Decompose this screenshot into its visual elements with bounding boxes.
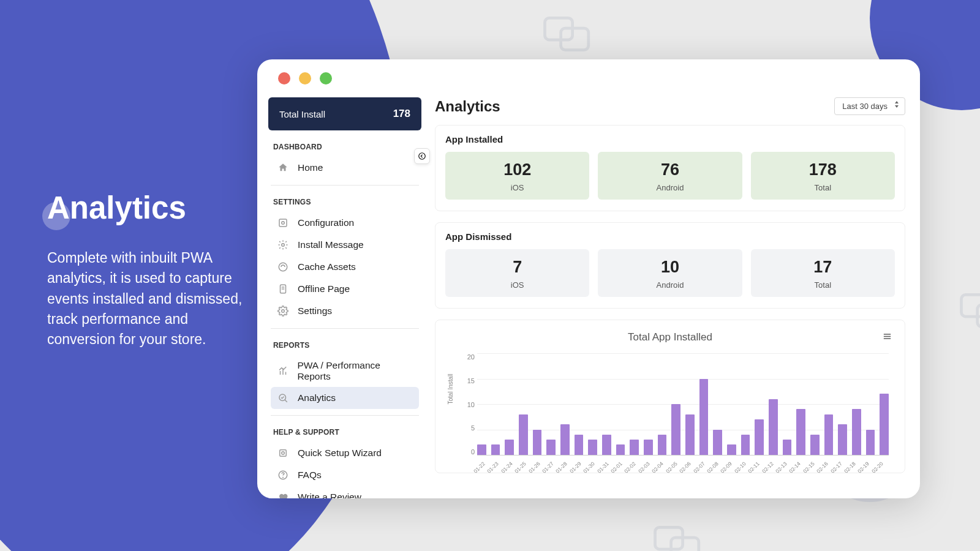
chart-bar bbox=[560, 424, 570, 455]
hero-title: Analytics bbox=[47, 190, 249, 226]
sidebar-item-faqs[interactable]: FAQs bbox=[271, 464, 419, 486]
chart-bar bbox=[796, 409, 805, 455]
divider bbox=[271, 328, 419, 329]
svg-point-9 bbox=[282, 244, 285, 247]
config-icon bbox=[277, 217, 289, 229]
home-icon bbox=[277, 162, 289, 174]
chart-bar bbox=[630, 440, 639, 455]
sidebar-item-settings[interactable]: Settings bbox=[271, 300, 419, 322]
sidebar-item-label: Offline Page bbox=[298, 283, 350, 294]
stat-label: iOS bbox=[445, 183, 589, 192]
chart-bar bbox=[713, 430, 722, 455]
sidebar-item-write-review[interactable]: Write a Review bbox=[271, 486, 419, 498]
chart-menu-button[interactable] bbox=[882, 331, 892, 344]
y-tick-label: 5 bbox=[461, 424, 475, 432]
x-tick-label: 02-20 bbox=[870, 460, 892, 482]
sidebar-item-label: Install Message bbox=[298, 239, 364, 250]
hero-subtitle: Complete with inbuilt PWA analytics, it … bbox=[47, 248, 249, 350]
window-close-button[interactable] bbox=[278, 72, 290, 84]
stat-label: Android bbox=[598, 183, 742, 192]
sidebar-item-cache-assets[interactable]: Cache Assets bbox=[271, 256, 419, 278]
sidebar-item-label: Configuration bbox=[298, 217, 354, 228]
section-reports: REPORTS bbox=[273, 341, 417, 350]
chart-bar bbox=[588, 440, 597, 455]
total-install-value: 178 bbox=[393, 108, 410, 120]
sidebar-item-install-message[interactable]: Install Message bbox=[271, 234, 419, 256]
svg-point-21 bbox=[282, 452, 285, 455]
sidebar: Total Install 178 DASHBOARD Home SETTING… bbox=[268, 97, 421, 498]
stat-value: 7 bbox=[445, 258, 589, 277]
window-maximize-button[interactable] bbox=[320, 72, 332, 84]
app-installed-card: App Installed 102 iOS 76 Android 178 Tot… bbox=[435, 125, 905, 211]
chart-bar bbox=[727, 444, 736, 455]
y-tick-label: 15 bbox=[461, 377, 475, 384]
sidebar-item-offline-page[interactable]: Offline Page bbox=[271, 278, 419, 300]
wizard-icon bbox=[277, 447, 289, 459]
y-axis-label: Total Install bbox=[447, 373, 454, 404]
x-ticks: 01-2201-2301-2401-2501-2601-2701-2801-29… bbox=[477, 457, 889, 474]
sidebar-item-home[interactable]: Home bbox=[271, 157, 419, 179]
sidebar-item-performance-reports[interactable]: PWA / Performance Reports bbox=[271, 355, 419, 387]
chart-bar bbox=[852, 409, 861, 455]
period-select[interactable]: Last 30 days bbox=[834, 97, 905, 115]
heart-icon bbox=[277, 491, 289, 498]
sidebar-item-label: Cache Assets bbox=[298, 261, 356, 272]
svg-rect-20 bbox=[280, 450, 287, 457]
section-dashboard: DASHBOARD bbox=[273, 143, 417, 151]
gear-icon bbox=[277, 239, 289, 251]
chart-bar bbox=[602, 435, 611, 455]
chart-bar bbox=[699, 379, 709, 455]
stat-label: Android bbox=[598, 280, 742, 290]
card-title: App Dismissed bbox=[445, 231, 895, 242]
page-title: Analytics bbox=[435, 98, 500, 115]
bar-chart-icon bbox=[277, 365, 288, 377]
sidebar-item-label: Quick Setup Wizard bbox=[298, 448, 382, 459]
svg-line-19 bbox=[285, 400, 287, 402]
cache-icon bbox=[277, 261, 289, 273]
svg-point-10 bbox=[279, 263, 287, 271]
settings-icon bbox=[277, 305, 289, 317]
sidebar-item-label: Analytics bbox=[298, 392, 336, 403]
chart-bar bbox=[671, 404, 680, 455]
chart-bar bbox=[769, 399, 778, 455]
chart-bar bbox=[491, 444, 500, 455]
chart-bar bbox=[658, 435, 667, 455]
hamburger-icon bbox=[882, 331, 892, 342]
chart-bar bbox=[880, 394, 889, 455]
window-minimize-button[interactable] bbox=[299, 72, 311, 84]
y-tick-label: 20 bbox=[461, 353, 475, 361]
help-icon bbox=[277, 469, 289, 481]
sidebar-item-analytics[interactable]: Analytics bbox=[271, 387, 419, 409]
sidebar-collapse-button[interactable] bbox=[414, 148, 430, 164]
chart-plot bbox=[477, 353, 889, 455]
sidebar-item-quick-setup[interactable]: Quick Setup Wizard bbox=[271, 442, 419, 464]
watermark-icon bbox=[539, 11, 597, 57]
watermark-icon bbox=[649, 520, 707, 551]
main-content: Analytics Last 30 days App Installed 102… bbox=[432, 97, 909, 498]
svg-point-8 bbox=[282, 222, 285, 225]
sidebar-item-label: Home bbox=[298, 162, 323, 173]
divider bbox=[271, 185, 419, 186]
chart-bar bbox=[546, 440, 556, 455]
stat-value: 178 bbox=[751, 160, 895, 179]
stat-value: 102 bbox=[445, 160, 589, 179]
stat-value: 17 bbox=[751, 258, 895, 277]
stat-value: 10 bbox=[598, 258, 742, 277]
chart-card: Total App Installed Total Install 201510… bbox=[435, 320, 905, 473]
chart-bar bbox=[838, 424, 847, 455]
chart-bars bbox=[477, 353, 889, 455]
chart-bar bbox=[866, 430, 875, 455]
stat-value: 76 bbox=[598, 160, 742, 179]
stat-label: Total bbox=[751, 280, 895, 290]
app-dismissed-card: App Dismissed 7 iOS 10 Android 17 Total bbox=[435, 222, 905, 309]
period-select-value: Last 30 days bbox=[842, 102, 888, 111]
sidebar-item-configuration[interactable]: Configuration bbox=[271, 212, 419, 234]
chart-bar bbox=[810, 435, 820, 455]
svg-point-23 bbox=[283, 477, 284, 478]
total-install-label: Total Install bbox=[279, 109, 325, 119]
arrow-left-circle-icon bbox=[418, 152, 426, 160]
sidebar-item-label: PWA / Performance Reports bbox=[297, 360, 413, 382]
sidebar-item-label: FAQs bbox=[298, 470, 322, 481]
stat-total: 17 Total bbox=[751, 249, 895, 297]
chart-bar bbox=[519, 414, 528, 455]
